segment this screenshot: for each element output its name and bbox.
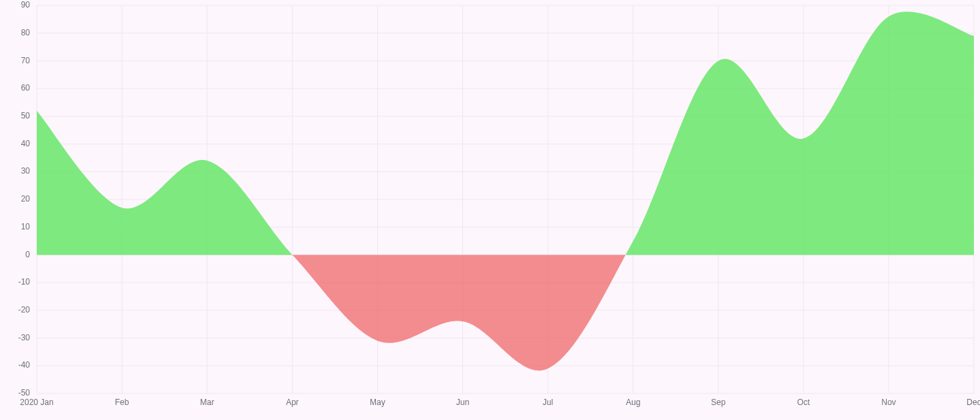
negative-area	[292, 255, 625, 370]
y-tick-label: 60	[21, 83, 31, 93]
y-tick-label: 0	[25, 250, 30, 259]
x-tick-label: Oct	[797, 398, 810, 407]
x-tick-label: Feb	[115, 398, 129, 407]
x-tick-label: 2020 Jan	[20, 398, 53, 407]
area-chart[interactable]: -50-40-30-20-100102030405060708090 2020 …	[0, 0, 980, 420]
y-tick-label: 90	[21, 0, 31, 10]
y-tick-label: -50	[18, 388, 31, 398]
x-tick-label: Sep	[711, 398, 726, 407]
y-tick-label: -10	[18, 277, 31, 287]
y-tick-label: 20	[21, 194, 31, 204]
x-axis: 2020 JanFebMarAprMayJunJulAugSepOctNovDe…	[20, 398, 980, 407]
x-tick-label: Nov	[881, 398, 896, 407]
chart-svg: -50-40-30-20-100102030405060708090 2020 …	[0, 0, 980, 420]
x-tick-label: Aug	[626, 398, 640, 407]
y-tick-label: 70	[21, 56, 31, 65]
y-axis: -50-40-30-20-100102030405060708090	[18, 0, 31, 398]
y-tick-label: 10	[21, 222, 31, 231]
area-series	[37, 12, 974, 370]
y-tick-label: -20	[18, 305, 31, 314]
y-tick-label: 80	[21, 28, 31, 37]
y-tick-label: -30	[18, 333, 31, 342]
x-tick-label: May	[370, 398, 385, 407]
x-tick-label: Mar	[200, 398, 215, 407]
positive-area	[626, 12, 974, 255]
positive-area	[37, 111, 292, 255]
y-tick-label: 50	[21, 111, 31, 120]
x-tick-label: Jul	[543, 398, 553, 407]
y-tick-label: 30	[21, 166, 31, 176]
x-tick-label: Jun	[456, 398, 469, 407]
y-tick-label: -40	[18, 360, 31, 370]
x-tick-label: Apr	[286, 398, 299, 407]
y-tick-label: 40	[21, 139, 31, 148]
x-tick-label: Dec	[966, 398, 980, 407]
